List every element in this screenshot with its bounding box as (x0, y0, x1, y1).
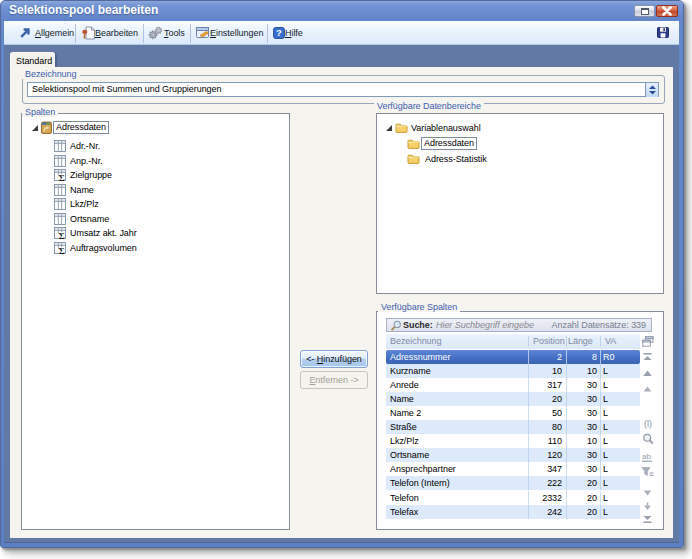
svg-text:ab: ab (642, 452, 651, 461)
svg-text:?: ? (276, 27, 282, 38)
